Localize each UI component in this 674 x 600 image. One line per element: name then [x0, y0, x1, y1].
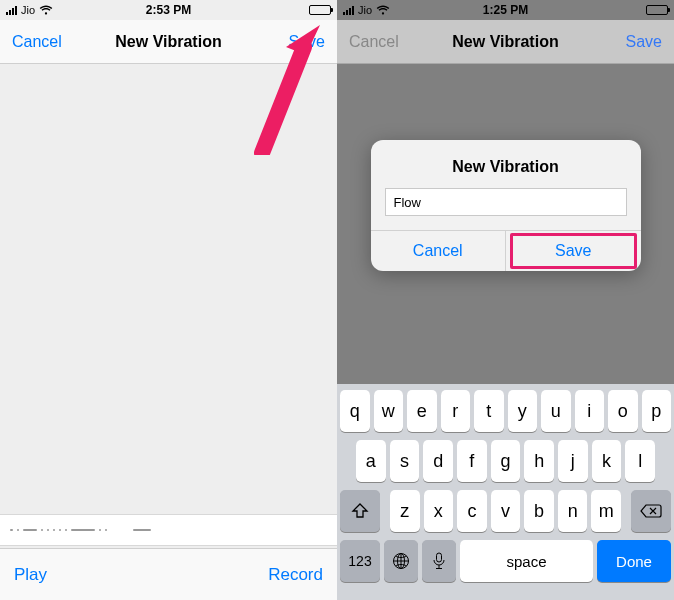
keyboard-row-3: z x c v b n m: [340, 490, 671, 532]
backspace-key[interactable]: [631, 490, 671, 532]
shift-icon: [351, 503, 369, 519]
key-l[interactable]: l: [625, 440, 655, 482]
bottom-toolbar: Play Record: [0, 548, 337, 600]
key-r[interactable]: r: [441, 390, 471, 432]
key-h[interactable]: h: [524, 440, 554, 482]
nav-bar: Cancel New Vibration Save: [337, 20, 674, 64]
nav-bar: Cancel New Vibration Save: [0, 20, 337, 64]
screen-right-naming: Jio 1:25 PM Cancel New Vibration Save Ne…: [337, 0, 674, 600]
key-v[interactable]: v: [491, 490, 521, 532]
key-j[interactable]: j: [558, 440, 588, 482]
key-m[interactable]: m: [591, 490, 621, 532]
keyboard-row-1: q w e r t y u i o p: [340, 390, 671, 432]
key-d[interactable]: d: [423, 440, 453, 482]
key-y[interactable]: y: [508, 390, 538, 432]
ios-keyboard: q w e r t y u i o p a s d f g h j k l: [337, 384, 674, 600]
key-n[interactable]: n: [558, 490, 588, 532]
keyboard-row-4: 123 space Done: [340, 540, 671, 582]
save-button[interactable]: Save: [289, 33, 325, 51]
key-b[interactable]: b: [524, 490, 554, 532]
key-o[interactable]: o: [608, 390, 638, 432]
cancel-button[interactable]: Cancel: [349, 33, 399, 51]
battery-icon: [646, 5, 668, 15]
key-i[interactable]: i: [575, 390, 605, 432]
space-key[interactable]: space: [460, 540, 593, 582]
dialog-save-label: Save: [555, 242, 591, 259]
backspace-icon: [640, 504, 662, 518]
key-c[interactable]: c: [457, 490, 487, 532]
done-key[interactable]: Done: [597, 540, 671, 582]
dialog-cancel-button[interactable]: Cancel: [371, 231, 507, 271]
screen-left-recording: Jio 2:53 PM Cancel New Vibration Save: [0, 0, 337, 600]
dictation-key[interactable]: [422, 540, 456, 582]
key-s[interactable]: s: [390, 440, 420, 482]
numbers-key[interactable]: 123: [340, 540, 380, 582]
clock: 2:53 PM: [0, 3, 337, 17]
record-button[interactable]: Record: [268, 565, 323, 585]
key-u[interactable]: u: [541, 390, 571, 432]
key-g[interactable]: g: [491, 440, 521, 482]
key-f[interactable]: f: [457, 440, 487, 482]
svg-rect-4: [437, 553, 442, 562]
key-q[interactable]: q: [340, 390, 370, 432]
clock: 1:25 PM: [337, 3, 674, 17]
key-z[interactable]: z: [390, 490, 420, 532]
key-k[interactable]: k: [592, 440, 622, 482]
key-w[interactable]: w: [374, 390, 404, 432]
emoji-key[interactable]: [384, 540, 418, 582]
save-button[interactable]: Save: [626, 33, 662, 51]
shift-key[interactable]: [340, 490, 380, 532]
vibration-pattern-track: [0, 514, 337, 546]
keyboard-row-2: a s d f g h j k l: [340, 440, 671, 482]
key-x[interactable]: x: [424, 490, 454, 532]
vibration-name-input[interactable]: [385, 188, 627, 216]
globe-icon: [392, 552, 410, 570]
vibration-canvas[interactable]: Play Record: [0, 64, 337, 600]
cancel-button[interactable]: Cancel: [12, 33, 62, 51]
mic-icon: [433, 552, 445, 570]
play-button[interactable]: Play: [14, 565, 47, 585]
status-bar: Jio 2:53 PM: [0, 0, 337, 20]
battery-icon: [309, 5, 331, 15]
dialog-save-button[interactable]: Save: [506, 231, 641, 271]
status-bar: Jio 1:25 PM: [337, 0, 674, 20]
key-p[interactable]: p: [642, 390, 672, 432]
name-vibration-dialog: New Vibration Cancel Save: [371, 140, 641, 271]
dialog-title: New Vibration: [371, 140, 641, 184]
key-t[interactable]: t: [474, 390, 504, 432]
key-e[interactable]: e: [407, 390, 437, 432]
key-a[interactable]: a: [356, 440, 386, 482]
